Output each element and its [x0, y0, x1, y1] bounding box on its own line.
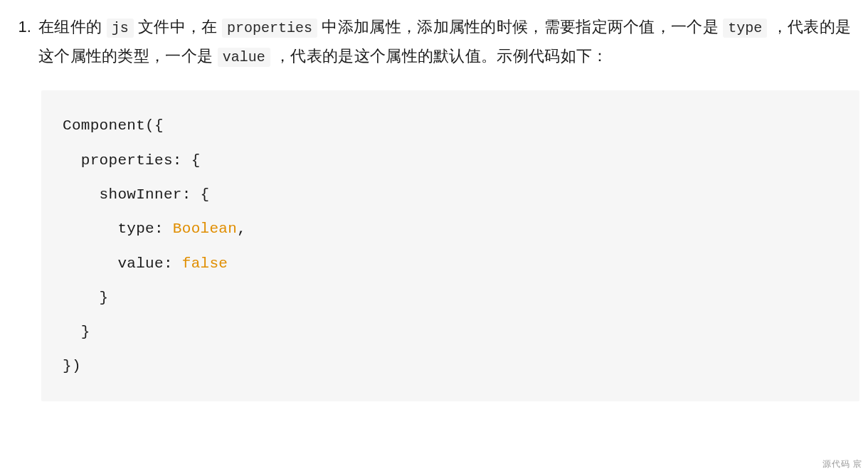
inline-code-js: js [107, 18, 134, 38]
code-literal-false: false [182, 255, 228, 272]
code-line: value: false [63, 255, 228, 272]
code-line: properties: { [63, 152, 201, 169]
code-line: showInner: { [63, 186, 209, 203]
inline-code-properties: properties [222, 18, 317, 38]
text-segment: 在组件的 [38, 18, 107, 36]
inline-code-type: type [723, 18, 767, 38]
code-block: Component({ properties: { showInner: { t… [41, 90, 859, 401]
paragraph-text: 在组件的 js 文件中，在 properties 中添加属性，添加属性的时候，需… [38, 18, 851, 65]
ordered-list: 在组件的 js 文件中，在 properties 中添加属性，添加属性的时候，需… [7, 13, 861, 401]
text-segment: 中添加属性，添加属性的时候，需要指定两个值，一个是 [317, 18, 723, 36]
code-line: Component({ [63, 117, 164, 134]
list-item-1: 在组件的 js 文件中，在 properties 中添加属性，添加属性的时候，需… [36, 13, 861, 401]
text-segment: 文件中，在 [134, 18, 222, 36]
inline-code-value: value [218, 48, 270, 67]
code-line: type: Boolean, [63, 221, 246, 237]
text-segment: ，代表的是这个属性的默认值。示例代码如下： [270, 47, 608, 65]
code-keyword-boolean: Boolean [173, 221, 237, 237]
code-line: } [63, 290, 109, 306]
code-line: } [63, 324, 90, 340]
code-line: }) [63, 358, 81, 374]
